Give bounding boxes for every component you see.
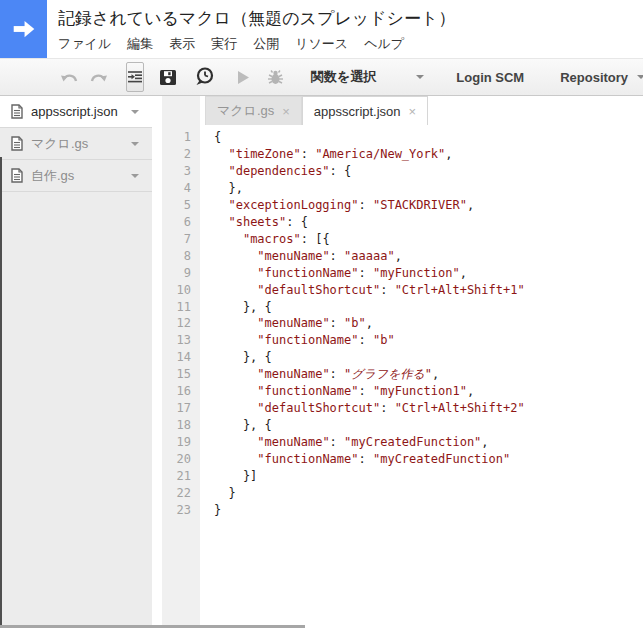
file-icon: [11, 104, 23, 119]
tab-マクロ.gs[interactable]: マクロ.gs×: [205, 96, 302, 125]
file-name: appsscript.json: [31, 104, 118, 119]
tab-bar: マクロ.gs×appsscript.json×: [200, 96, 643, 125]
line-number: 11: [162, 299, 191, 316]
line-number: 15: [162, 366, 191, 383]
toolbar: 関数を選択 Login SCM Repository Branch: [0, 58, 643, 96]
code-editor[interactable]: { "timeZone": "America/New_York", "depen…: [200, 125, 643, 628]
editor-region: 1234567891011121314151617181920212223 マク…: [162, 96, 643, 628]
line-number: 5: [162, 197, 191, 214]
code-line: "exceptionLogging": "STACKDRIVER",: [214, 197, 643, 214]
code-line: "menuName": "グラフを作る",: [214, 366, 643, 383]
chevron-down-icon: [637, 75, 643, 79]
sidebar-file-マクロ.gs[interactable]: マクロ.gs: [0, 128, 152, 160]
file-icon: [11, 136, 23, 151]
login-scm-button[interactable]: Login SCM: [456, 59, 524, 95]
menu-item-4[interactable]: 公開: [253, 35, 279, 53]
code-line: }]: [214, 468, 643, 485]
close-icon[interactable]: ×: [409, 105, 417, 118]
content-area: appsscript.jsonマクロ.gs自作.gs 1234567891011…: [0, 96, 643, 628]
line-number: 4: [162, 180, 191, 197]
project-title: 記録されているマクロ（無題のスプレッドシート）: [58, 7, 455, 30]
undo-icon[interactable]: [60, 70, 80, 85]
file-name: マクロ.gs: [31, 135, 88, 153]
code-line: "functionName": "myFunction1",: [214, 383, 643, 400]
code-line: }: [214, 485, 643, 502]
redo-icon[interactable]: [88, 70, 108, 85]
indent-icon: [127, 70, 143, 84]
line-number: 23: [162, 502, 191, 519]
line-number: 13: [162, 332, 191, 349]
line-number: 20: [162, 451, 191, 468]
sidebar-file-appsscript.json[interactable]: appsscript.json: [0, 96, 152, 128]
file-menu-chevron-icon[interactable]: [131, 174, 139, 178]
repository-label: Repository: [560, 70, 628, 85]
code-line: }: [214, 502, 643, 519]
chevron-down-icon: [416, 75, 424, 79]
code-line: }, {: [214, 417, 643, 434]
code-line: "macros": [{: [214, 231, 643, 248]
code-line: "menuName": "aaaaa",: [214, 248, 643, 265]
line-number: 7: [162, 231, 191, 248]
line-number-gutter: 1234567891011121314151617181920212223: [162, 96, 200, 628]
close-icon[interactable]: ×: [282, 105, 290, 118]
line-number: 2: [162, 146, 191, 163]
indent-button[interactable]: [126, 62, 144, 92]
file-menu-chevron-icon[interactable]: [131, 142, 139, 146]
line-number: 14: [162, 349, 191, 366]
line-number: 10: [162, 282, 191, 299]
code-line: "functionName": "myCreatedFunction": [214, 451, 643, 468]
tab-appsscript.json[interactable]: appsscript.json×: [302, 96, 428, 125]
menu-item-1[interactable]: 編集: [127, 35, 153, 53]
line-number: 16: [162, 383, 191, 400]
line-number: 17: [162, 400, 191, 417]
menu-item-5[interactable]: リソース: [295, 35, 348, 53]
tab-label: appsscript.json: [314, 104, 401, 119]
code-line: "menuName": "myCreatedFunction",: [214, 434, 643, 451]
line-number: 12: [162, 315, 191, 332]
repository-dropdown[interactable]: Repository: [560, 59, 643, 95]
save-icon[interactable]: [159, 69, 177, 86]
line-number: 1: [162, 129, 191, 146]
run-play-icon[interactable]: [237, 70, 250, 85]
apps-script-logo: [0, 0, 47, 58]
code-line: "defaultShortcut": "Ctrl+Alt+Shift+1": [214, 282, 643, 299]
background-window-edge: [0, 157, 2, 628]
header: 記録されているマクロ（無題のスプレッドシート） ファイル編集表示実行公開リソース…: [0, 0, 643, 57]
code-line: }, {: [214, 349, 643, 366]
file-list-sidebar: appsscript.jsonマクロ.gs自作.gs: [0, 96, 152, 628]
line-number: 8: [162, 248, 191, 265]
function-selector-dropdown[interactable]: 関数を選択: [311, 59, 424, 95]
sidebar-file-自作.gs[interactable]: 自作.gs: [0, 160, 152, 192]
menu-bar: ファイル編集表示実行公開リソースヘルプ: [58, 35, 404, 53]
code-line: "menuName": "b",: [214, 315, 643, 332]
code-line: "functionName": "myFunction",: [214, 265, 643, 282]
code-line: "functionName": "b": [214, 332, 643, 349]
code-line: "defaultShortcut": "Ctrl+Alt+Shift+2": [214, 400, 643, 417]
history-clock-icon[interactable]: [194, 67, 216, 87]
function-selector-label: 関数を選択: [311, 68, 376, 86]
login-scm-label: Login SCM: [456, 70, 524, 85]
code-line: {: [214, 129, 643, 146]
code-line: "dependencies": {: [214, 163, 643, 180]
code-line: "timeZone": "America/New_York",: [214, 146, 643, 163]
line-number: 9: [162, 265, 191, 282]
debug-bug-icon[interactable]: [266, 69, 285, 85]
line-number: 18: [162, 417, 191, 434]
file-name: 自作.gs: [31, 167, 74, 185]
line-number: 21: [162, 468, 191, 485]
code-line: },: [214, 180, 643, 197]
line-number: 22: [162, 485, 191, 502]
file-menu-chevron-icon[interactable]: [131, 110, 139, 114]
menu-item-6[interactable]: ヘルプ: [364, 35, 404, 53]
menu-item-3[interactable]: 実行: [211, 35, 237, 53]
code-line: }, {: [214, 299, 643, 316]
arrow-right-icon: [11, 16, 37, 42]
line-number: 6: [162, 214, 191, 231]
menu-item-0[interactable]: ファイル: [58, 35, 111, 53]
apps-script-editor-window: 記録されているマクロ（無題のスプレッドシート） ファイル編集表示実行公開リソース…: [0, 0, 643, 628]
menu-item-2[interactable]: 表示: [169, 35, 195, 53]
code-line: "sheets": {: [214, 214, 643, 231]
line-number: 3: [162, 163, 191, 180]
tab-label: マクロ.gs: [217, 102, 274, 120]
line-number: 19: [162, 434, 191, 451]
